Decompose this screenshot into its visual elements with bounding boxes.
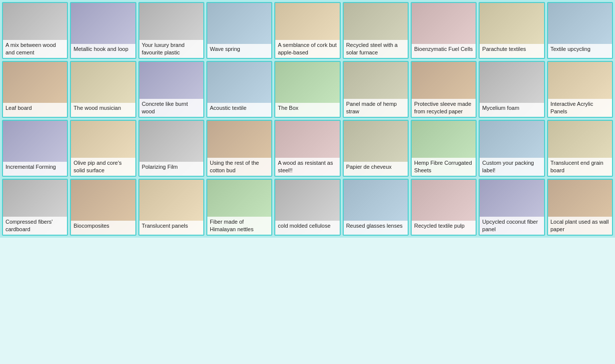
card-label-35: Upcycled coconut fiber panel	[480, 217, 544, 235]
card-label-24: Papier de cheveux	[344, 162, 408, 176]
material-card-29[interactable]: Biocomposites	[70, 179, 136, 236]
material-card-17[interactable]: Mycelium foam	[479, 61, 545, 118]
material-card-24[interactable]: Papier de cheveux	[343, 120, 409, 177]
card-label-22: Using the rest of the cotton bud	[207, 158, 271, 176]
material-card-4[interactable]: Wave spring	[206, 2, 272, 59]
material-card-11[interactable]: The wood musician	[70, 61, 136, 118]
card-label-26: Custom your packing label!	[480, 158, 544, 176]
material-card-22[interactable]: Using the rest of the cotton bud	[206, 120, 272, 177]
card-label-25: Hemp Fibre Corrugated Sheets	[412, 158, 476, 176]
card-label-36: Local plant used as wall paper	[548, 217, 612, 235]
card-label-9: Textile upcycling	[548, 44, 612, 58]
material-card-35[interactable]: Upcycled coconut fiber panel	[479, 179, 545, 236]
material-card-8[interactable]: Parachute textiles	[479, 2, 545, 59]
card-label-29: Biocomposites	[71, 221, 135, 235]
card-label-16: Protective sleeve made from recycled pap…	[412, 99, 476, 117]
card-label-21: Polarizing Film	[139, 162, 203, 176]
card-label-20: Olive pip and core's solid surface	[71, 158, 135, 176]
card-label-4: Wave spring	[207, 44, 271, 58]
material-card-30[interactable]: Translucent panels	[138, 179, 204, 236]
card-label-19: Incremental Forming	[3, 162, 67, 176]
card-label-12: Concrete like burnt wood	[139, 99, 203, 117]
card-label-6: Recycled steel with a solar furnace	[344, 40, 408, 58]
card-label-7: Bioenzymatic Fuel Cells	[412, 44, 476, 58]
material-card-20[interactable]: Olive pip and core's solid surface	[70, 120, 136, 177]
material-card-1[interactable]: A mix between wood and cement	[2, 2, 68, 59]
card-label-2: Metallic hook and loop	[71, 44, 135, 58]
card-label-23: A wood as resistant as steel!!	[275, 158, 339, 176]
material-card-31[interactable]: Fiber made of Himalayan nettles	[206, 179, 272, 236]
material-card-18[interactable]: Interactive Acrylic Panels	[547, 61, 613, 118]
material-card-13[interactable]: Acoustic textile	[206, 61, 272, 118]
material-card-33[interactable]: Reused glasses lenses	[343, 179, 409, 236]
material-card-15[interactable]: Panel made of hemp straw	[343, 61, 409, 118]
material-card-28[interactable]: Compressed fibers' cardboard	[2, 179, 68, 236]
material-card-16[interactable]: Protective sleeve made from recycled pap…	[411, 61, 477, 118]
material-card-25[interactable]: Hemp Fibre Corrugated Sheets	[411, 120, 477, 177]
material-card-10[interactable]: Leaf board	[2, 61, 68, 118]
card-label-14: The Box	[275, 103, 339, 117]
material-card-7[interactable]: Bioenzymatic Fuel Cells	[411, 2, 477, 59]
material-card-9[interactable]: Textile upcycling	[547, 2, 613, 59]
material-card-6[interactable]: Recycled steel with a solar furnace	[343, 2, 409, 59]
card-label-30: Translucent panels	[139, 221, 203, 235]
card-label-17: Mycelium foam	[480, 103, 544, 117]
material-card-27[interactable]: Translucent end grain board	[547, 120, 613, 177]
material-card-3[interactable]: Your luxury brand favourite plastic	[138, 2, 204, 59]
card-label-11: The wood musician	[71, 103, 135, 117]
card-label-28: Compressed fibers' cardboard	[3, 217, 67, 235]
card-label-18: Interactive Acrylic Panels	[548, 99, 612, 117]
material-card-34[interactable]: Recycled textile pulp	[411, 179, 477, 236]
card-label-34: Recycled textile pulp	[412, 221, 476, 235]
card-label-13: Acoustic textile	[207, 103, 271, 117]
material-card-12[interactable]: Concrete like burnt wood	[138, 61, 204, 118]
material-card-19[interactable]: Incremental Forming	[2, 120, 68, 177]
card-label-33: Reused glasses lenses	[344, 221, 408, 235]
material-card-21[interactable]: Polarizing Film	[138, 120, 204, 177]
card-label-3: Your luxury brand favourite plastic	[139, 40, 203, 58]
material-card-23[interactable]: A wood as resistant as steel!!	[274, 120, 340, 177]
card-label-8: Parachute textiles	[480, 44, 544, 58]
material-card-2[interactable]: Metallic hook and loop	[70, 2, 136, 59]
material-card-14[interactable]: The Box	[274, 61, 340, 118]
materials-grid: A mix between wood and cementMetallic ho…	[0, 0, 615, 238]
card-label-27: Translucent end grain board	[548, 158, 612, 176]
card-label-10: Leaf board	[3, 103, 67, 117]
material-card-5[interactable]: A semblance of cork but apple-based	[274, 2, 340, 59]
material-card-32[interactable]: cold molded cellulose	[274, 179, 340, 236]
material-card-26[interactable]: Custom your packing label!	[479, 120, 545, 177]
card-label-5: A semblance of cork but apple-based	[275, 40, 339, 58]
card-label-31: Fiber made of Himalayan nettles	[207, 217, 271, 235]
card-label-15: Panel made of hemp straw	[344, 99, 408, 117]
card-label-32: cold molded cellulose	[275, 221, 339, 235]
card-label-1: A mix between wood and cement	[3, 40, 67, 58]
material-card-36[interactable]: Local plant used as wall paper	[547, 179, 613, 236]
